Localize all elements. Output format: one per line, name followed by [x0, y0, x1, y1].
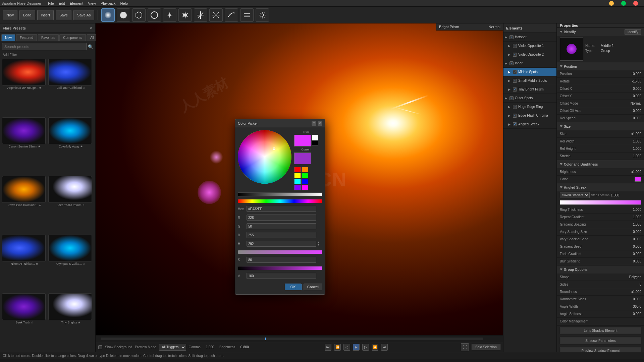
group-options-header[interactable]: Group Options — [557, 265, 644, 274]
tab-featured[interactable]: Featured — [16, 34, 37, 41]
prop-value[interactable]: 0.000 — [614, 116, 641, 120]
maximize-btn[interactable] — [621, 1, 626, 6]
save-as-button[interactable]: Save As — [73, 10, 94, 20]
element-inner[interactable]: ▶ Inner — [503, 59, 556, 68]
save-button[interactable]: Save — [56, 10, 71, 20]
identify-button[interactable]: Identify — [625, 29, 641, 35]
menu-element[interactable]: Element — [70, 1, 83, 5]
color-brightness-header[interactable]: Color and Brightness — [557, 160, 644, 168]
favorite-star[interactable]: ☆ — [31, 321, 34, 324]
prop-value[interactable]: +0.000 — [614, 72, 641, 76]
scrubber-bar[interactable] — [96, 335, 503, 342]
transport-start[interactable]: ⏮ — [325, 344, 331, 351]
color-picker-cancel-btn[interactable]: Cancel — [304, 284, 322, 290]
element-tiny-bright-prism[interactable]: ▶ Tiny Bright Prism — [503, 85, 556, 94]
prop-value[interactable]: x1.000 — [614, 132, 641, 136]
shadow-parameters-btn[interactable]: Shadow Parameters — [560, 337, 641, 344]
size-header[interactable]: Size — [557, 122, 644, 130]
swatch-orange[interactable] — [302, 167, 308, 172]
position-header[interactable]: Position — [557, 62, 644, 70]
list-item[interactable]: Call Your Girlfriend ☆ — [48, 59, 93, 116]
dialog-close-btn[interactable]: ✕ — [318, 121, 322, 126]
prop-value[interactable]: x1.000 — [614, 290, 641, 294]
new-button[interactable]: New — [3, 10, 17, 20]
shape-hexagon[interactable] — [132, 8, 146, 22]
element-checkbox[interactable] — [509, 35, 514, 39]
shape-circle-hard[interactable] — [117, 8, 130, 22]
load-button[interactable]: Load — [19, 10, 35, 20]
transport-play[interactable]: ▶ — [353, 344, 360, 351]
shape-star6[interactable] — [178, 8, 192, 22]
favorite-star[interactable]: ★ — [80, 145, 83, 148]
element-checkbox[interactable] — [513, 53, 517, 57]
transport-next[interactable]: ▷ — [362, 344, 369, 351]
prop-value[interactable]: 360.0 — [614, 305, 641, 308]
transport-end[interactable]: ⏭ — [381, 344, 388, 351]
prop-value[interactable]: 0.000 — [614, 109, 641, 113]
swatch-white[interactable] — [312, 135, 318, 140]
element-checkbox[interactable] — [513, 105, 517, 109]
favorite-star[interactable]: ☆ — [83, 86, 85, 89]
list-item[interactable]: Nikon AF Nikkor... ★ — [2, 235, 47, 292]
favorite-star[interactable]: ★ — [36, 262, 38, 265]
list-item[interactable]: Tiny Brights ★ — [48, 293, 93, 351]
list-item[interactable]: Argenieux DP Rouge... ★ — [2, 59, 47, 116]
prop-value[interactable]: 0.000 — [614, 259, 641, 263]
v-input[interactable] — [247, 273, 316, 279]
menu-edit[interactable]: Edit — [59, 1, 65, 5]
solo-selection-btn[interactable]: Solo Selection — [472, 344, 500, 350]
element-violet-opp1[interactable]: ▶ Violet Opposite 1 — [503, 42, 556, 50]
menu-playback[interactable]: Playback — [101, 1, 116, 5]
favorite-star[interactable]: ★ — [39, 86, 42, 89]
angled-streak-header[interactable]: Angled Streak — [557, 183, 644, 191]
prop-value[interactable]: 6 — [614, 283, 641, 286]
swatch-blue[interactable] — [302, 179, 308, 184]
swatch-black[interactable] — [312, 140, 318, 146]
scrubber-track[interactable] — [101, 338, 483, 340]
show-background-checkbox[interactable] — [98, 345, 102, 349]
element-checkbox[interactable] — [513, 79, 517, 83]
identify-header[interactable]: Identify Identify — [557, 28, 644, 36]
element-checkbox[interactable] — [513, 122, 517, 126]
list-item[interactable]: Olympus S Zuiko... ☆ — [48, 235, 93, 292]
tab-favorites[interactable]: Favorites — [38, 34, 59, 41]
prop-value[interactable]: 1.000 — [614, 154, 641, 158]
tab-new[interactable]: New — [1, 34, 15, 41]
prop-value[interactable]: 0.000 — [614, 237, 641, 241]
prop-value[interactable]: 0.000 — [614, 245, 641, 248]
list-item[interactable]: Canon Sumire 85mm ★ — [2, 117, 47, 175]
b-input[interactable] — [247, 232, 316, 238]
hue-slider[interactable] — [238, 199, 322, 203]
prop-value[interactable]: 1.000 — [614, 147, 641, 150]
element-huge-edge-ring[interactable]: ▶ Huge Edge Ring — [503, 103, 556, 111]
shape-circle-outline[interactable] — [148, 8, 161, 22]
favorite-star[interactable]: ★ — [39, 203, 41, 207]
gradient-bar-row[interactable] — [557, 199, 644, 206]
swatch-magenta[interactable] — [302, 185, 308, 190]
h-input[interactable] — [247, 241, 316, 247]
favorite-star[interactable]: ☆ — [82, 203, 85, 207]
prop-value[interactable]: 0.000 — [614, 312, 641, 316]
panel-close-btn[interactable]: ✕ — [90, 26, 93, 30]
swatch-green[interactable] — [302, 173, 308, 178]
swatch-purple[interactable] — [294, 185, 301, 190]
value-slider[interactable] — [238, 266, 322, 270]
shape-circle-soft[interactable] — [101, 8, 115, 22]
prop-value[interactable]: -15.80 — [614, 79, 641, 83]
transport-prev[interactable]: ◁ — [343, 344, 350, 351]
saturation-slider[interactable] — [238, 250, 322, 254]
shape-streak-angled[interactable] — [225, 8, 238, 22]
insert-button[interactable]: Insert — [37, 10, 54, 20]
element-angled-streak[interactable]: ▶ Angled Streak — [503, 120, 556, 129]
favorite-star[interactable]: ★ — [38, 145, 41, 148]
list-item[interactable]: Seek Truth ☆ — [2, 293, 47, 351]
g-input[interactable] — [247, 223, 316, 229]
step-value[interactable]: 1.000 — [611, 193, 619, 197]
add-filter[interactable]: Add Filter — [0, 52, 95, 57]
element-checkbox[interactable] — [509, 61, 514, 65]
prop-value[interactable]: 0.000 — [614, 230, 641, 234]
fullscreen-btn[interactable]: ⛶ — [461, 343, 469, 351]
r-input[interactable] — [247, 215, 316, 221]
list-item[interactable]: Leitz Thalia 70mm ☆ — [48, 176, 93, 233]
scrubber-head[interactable] — [265, 338, 266, 340]
